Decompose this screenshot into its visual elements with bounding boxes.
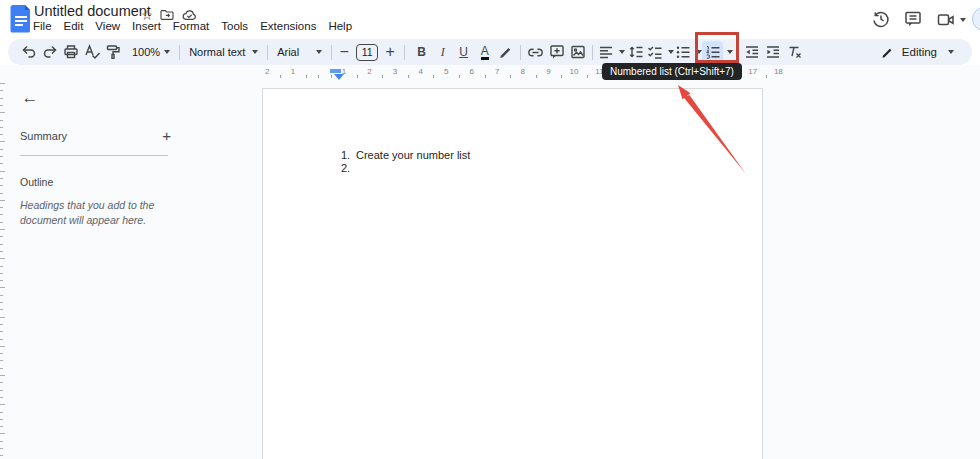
underline-button[interactable]: U (453, 41, 474, 63)
ruler-tick (485, 75, 486, 78)
ruler-tick (0, 324, 3, 325)
close-sidebar-button[interactable]: ← (16, 84, 44, 112)
zoom-select[interactable]: 100% (127, 41, 175, 63)
numbered-list-caret[interactable] (727, 50, 733, 54)
print-button[interactable] (60, 41, 81, 63)
ruler-tick (0, 382, 3, 383)
ruler-tick (0, 397, 3, 398)
work-area: 21123456789101112131415161718 ← Summary … (0, 65, 980, 459)
increase-indent-button[interactable] (762, 41, 783, 63)
meet-dropdown-caret (960, 18, 966, 22)
menu-item-view[interactable]: View (89, 19, 126, 35)
undo-button[interactable] (18, 41, 39, 63)
ruler-tick (0, 90, 3, 91)
menu-item-file[interactable]: File (27, 19, 58, 35)
ruler-number: 10 (569, 67, 578, 76)
paint-format-button[interactable] (102, 41, 123, 63)
ruler-tick (0, 229, 5, 230)
ruler-tick (536, 75, 537, 78)
ruler-tick (0, 331, 3, 332)
ruler-number: 4 (418, 67, 422, 76)
line-spacing-button[interactable] (625, 41, 646, 63)
summary-heading: Summary (20, 130, 67, 142)
menu-item-format[interactable]: Format (167, 19, 215, 35)
redo-button[interactable] (39, 41, 60, 63)
align-button[interactable] (597, 41, 625, 63)
ruler-tick (0, 368, 3, 369)
ruler-tick (0, 112, 5, 113)
ruler-tick (318, 75, 319, 78)
ruler-tick (0, 105, 3, 106)
document-title[interactable]: Untitled document (34, 3, 151, 19)
clear-formatting-button[interactable] (783, 41, 804, 63)
ruler-tick (357, 75, 358, 78)
list-item[interactable]: 1.Create your number list (341, 149, 470, 162)
bulleted-list-button[interactable] (674, 41, 702, 63)
menu-bar: FileEditViewInsertFormatToolsExtensionsH… (27, 19, 358, 35)
checklist-button[interactable] (646, 41, 674, 63)
ruler-tick (0, 309, 3, 310)
ruler-tick (0, 98, 3, 99)
ruler-number: 9 (546, 67, 550, 76)
menu-item-tools[interactable]: Tools (215, 19, 254, 35)
ruler-tick (0, 455, 3, 456)
ruler-tick (0, 134, 3, 135)
share-button[interactable] (972, 7, 980, 31)
add-summary-button[interactable]: + (159, 127, 174, 144)
ruler-tick (0, 251, 3, 252)
zoom-caret (164, 50, 170, 54)
sidebar-divider (20, 155, 168, 156)
numbered-list-button[interactable] (702, 41, 723, 63)
ruler-tick (0, 317, 5, 318)
italic-button[interactable]: I (432, 41, 453, 63)
ruler-tick (0, 193, 3, 194)
ruler-tick (0, 236, 3, 237)
document-page[interactable]: 1.Create your number list2. (262, 88, 763, 459)
ruler-number: 18 (774, 67, 783, 76)
ruler-number: 1 (342, 67, 346, 76)
spell-check-button[interactable] (81, 41, 102, 63)
ruler-tick (306, 75, 307, 78)
highlight-color-button[interactable] (495, 41, 516, 63)
ruler-tick (0, 120, 3, 121)
ruler-tick (382, 75, 383, 78)
ruler-tick (510, 75, 511, 78)
menu-item-edit[interactable]: Edit (58, 19, 90, 35)
ruler-tick (0, 280, 3, 281)
ruler-number: 3 (393, 67, 397, 76)
ruler-number: 6 (470, 67, 474, 76)
font-caret (316, 50, 322, 54)
ruler-number: 5 (444, 67, 448, 76)
menu-item-insert[interactable]: Insert (126, 19, 167, 35)
meet-video-call-button[interactable] (936, 9, 970, 31)
numbered-list-tooltip: Numbered list (Ctrl+Shift+7) (602, 63, 742, 80)
add-comment-button[interactable] (546, 41, 567, 63)
ruler-tick (0, 390, 3, 391)
version-history-icon[interactable] (871, 9, 893, 31)
insert-link-button[interactable] (525, 41, 546, 63)
editing-caret (948, 50, 954, 54)
comment-history-icon[interactable] (903, 9, 925, 31)
ruler-tick (0, 127, 3, 128)
styles-select[interactable]: Normal text (184, 41, 263, 63)
list-item[interactable]: 2. (341, 162, 470, 175)
vertical-ruler[interactable] (0, 83, 6, 459)
ruler-tick (0, 302, 3, 303)
bold-button[interactable]: B (411, 41, 432, 63)
first-line-indent-marker[interactable] (330, 69, 341, 73)
menu-item-help[interactable]: Help (322, 19, 358, 35)
text-color-button[interactable]: A (474, 41, 495, 63)
increase-font-size-button[interactable]: + (382, 41, 398, 63)
ruler-tick (561, 75, 562, 78)
insert-image-button[interactable] (567, 41, 588, 63)
outline-placeholder-text: Headings that you add to the document wi… (20, 198, 172, 228)
ruler-number: 8 (521, 67, 525, 76)
editing-mode-button[interactable]: Editing (872, 45, 962, 60)
decrease-indent-button[interactable] (741, 41, 762, 63)
horizontal-ruler[interactable]: 21123456789101112131415161718 (0, 66, 980, 80)
document-text[interactable]: 1.Create your number list2. (341, 149, 470, 174)
decrease-font-size-button[interactable]: − (336, 41, 352, 63)
font-select[interactable]: Arial (272, 41, 327, 63)
menu-item-extensions[interactable]: Extensions (254, 19, 322, 35)
font-size-input[interactable]: 11 (356, 44, 378, 61)
